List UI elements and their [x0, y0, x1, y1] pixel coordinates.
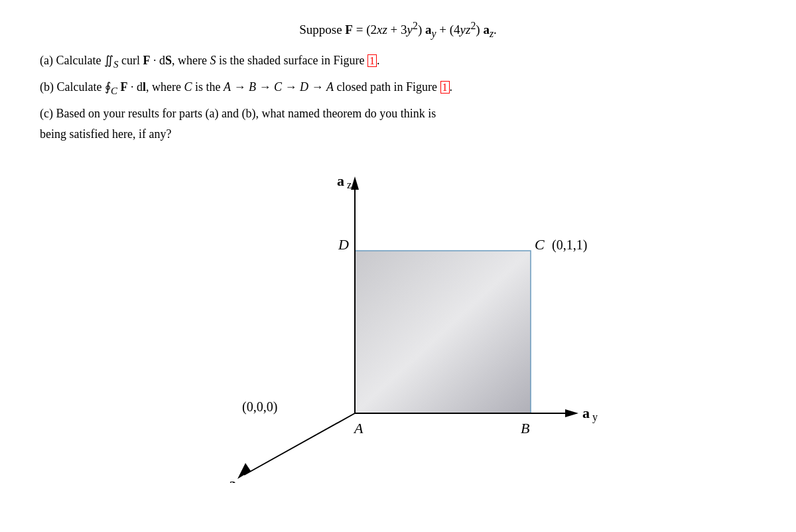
- ay-label: a: [582, 405, 590, 421]
- part-b: (b) Calculate ∮C F · dl, where C is the …: [40, 77, 756, 100]
- shaded-surface: [355, 251, 531, 413]
- page: Suppose F = (2xz + 3y2) ay + (4yz2) az. …: [0, 0, 796, 532]
- fig-ref-a: 1: [367, 54, 377, 67]
- point-C-label: C: [535, 236, 545, 253]
- ax-label: a: [229, 475, 236, 483]
- ay-sub: y: [592, 411, 598, 423]
- point-A-label: A: [353, 420, 364, 436]
- ay-arrow: [565, 409, 578, 417]
- equation-header: Suppose F = (2xz + 3y2) ay + (4yz2) az.: [40, 20, 756, 40]
- point-D-label: D: [338, 236, 349, 253]
- az-sub: z: [347, 179, 352, 190]
- az-arrow: [351, 176, 359, 190]
- point-B-label: B: [521, 420, 529, 436]
- az-label: a: [337, 172, 344, 189]
- figure: a z a y a x D C (0,1,1) A B (0,0,0): [192, 158, 604, 483]
- ax-arrow: [237, 463, 251, 479]
- origin-coords: (0,0,0): [242, 399, 277, 415]
- fig-ref-b: 1: [440, 81, 450, 94]
- part-c: (c) Based on your results for parts (a) …: [40, 103, 756, 144]
- ax-axis: [244, 413, 355, 475]
- ax-sub: x: [239, 482, 244, 483]
- point-C-coords: (0,1,1): [552, 237, 587, 253]
- part-a: (a) Calculate ∬S curl F · dS, where S is…: [40, 50, 756, 73]
- figure-svg: a z a y a x D C (0,1,1) A B (0,0,0): [192, 158, 604, 483]
